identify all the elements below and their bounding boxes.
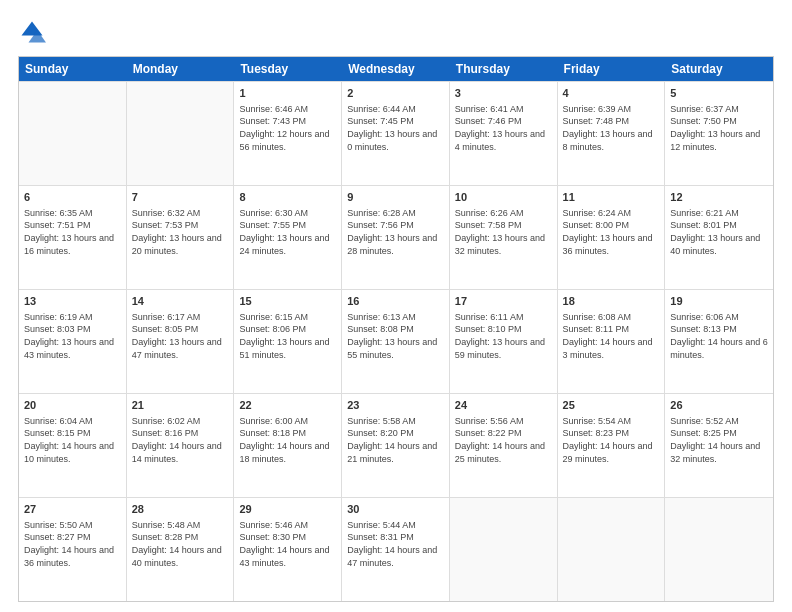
day-cell-26: 26Sunrise: 5:52 AM Sunset: 8:25 PM Dayli… (665, 394, 773, 497)
header-day-sunday: Sunday (19, 57, 127, 81)
calendar: SundayMondayTuesdayWednesdayThursdayFrid… (18, 56, 774, 602)
day-cell-6: 6Sunrise: 6:35 AM Sunset: 7:51 PM Daylig… (19, 186, 127, 289)
day-cell-5: 5Sunrise: 6:37 AM Sunset: 7:50 PM Daylig… (665, 82, 773, 185)
day-cell-12: 12Sunrise: 6:21 AM Sunset: 8:01 PM Dayli… (665, 186, 773, 289)
empty-cell (665, 498, 773, 601)
day-number: 30 (347, 502, 444, 517)
day-number: 18 (563, 294, 660, 309)
day-number: 13 (24, 294, 121, 309)
day-info: Sunrise: 6:00 AM Sunset: 8:18 PM Dayligh… (239, 415, 336, 465)
empty-cell (450, 498, 558, 601)
day-number: 27 (24, 502, 121, 517)
day-info: Sunrise: 5:44 AM Sunset: 8:31 PM Dayligh… (347, 519, 444, 569)
day-cell-13: 13Sunrise: 6:19 AM Sunset: 8:03 PM Dayli… (19, 290, 127, 393)
day-cell-3: 3Sunrise: 6:41 AM Sunset: 7:46 PM Daylig… (450, 82, 558, 185)
day-info: Sunrise: 6:41 AM Sunset: 7:46 PM Dayligh… (455, 103, 552, 153)
day-cell-14: 14Sunrise: 6:17 AM Sunset: 8:05 PM Dayli… (127, 290, 235, 393)
empty-cell (19, 82, 127, 185)
day-number: 22 (239, 398, 336, 413)
day-cell-8: 8Sunrise: 6:30 AM Sunset: 7:55 PM Daylig… (234, 186, 342, 289)
day-number: 15 (239, 294, 336, 309)
day-number: 14 (132, 294, 229, 309)
week-row-4: 20Sunrise: 6:04 AM Sunset: 8:15 PM Dayli… (19, 393, 773, 497)
day-number: 26 (670, 398, 768, 413)
day-cell-27: 27Sunrise: 5:50 AM Sunset: 8:27 PM Dayli… (19, 498, 127, 601)
header-day-saturday: Saturday (665, 57, 773, 81)
page: SundayMondayTuesdayWednesdayThursdayFrid… (0, 0, 792, 612)
day-cell-10: 10Sunrise: 6:26 AM Sunset: 7:58 PM Dayli… (450, 186, 558, 289)
day-number: 29 (239, 502, 336, 517)
day-number: 7 (132, 190, 229, 205)
day-number: 16 (347, 294, 444, 309)
day-cell-21: 21Sunrise: 6:02 AM Sunset: 8:16 PM Dayli… (127, 394, 235, 497)
day-info: Sunrise: 6:28 AM Sunset: 7:56 PM Dayligh… (347, 207, 444, 257)
day-cell-24: 24Sunrise: 5:56 AM Sunset: 8:22 PM Dayli… (450, 394, 558, 497)
day-cell-30: 30Sunrise: 5:44 AM Sunset: 8:31 PM Dayli… (342, 498, 450, 601)
day-cell-18: 18Sunrise: 6:08 AM Sunset: 8:11 PM Dayli… (558, 290, 666, 393)
day-number: 1 (239, 86, 336, 101)
day-cell-4: 4Sunrise: 6:39 AM Sunset: 7:48 PM Daylig… (558, 82, 666, 185)
day-number: 2 (347, 86, 444, 101)
day-number: 24 (455, 398, 552, 413)
calendar-header: SundayMondayTuesdayWednesdayThursdayFrid… (19, 57, 773, 81)
day-info: Sunrise: 6:08 AM Sunset: 8:11 PM Dayligh… (563, 311, 660, 361)
header-day-thursday: Thursday (450, 57, 558, 81)
day-cell-7: 7Sunrise: 6:32 AM Sunset: 7:53 PM Daylig… (127, 186, 235, 289)
day-info: Sunrise: 5:58 AM Sunset: 8:20 PM Dayligh… (347, 415, 444, 465)
day-cell-11: 11Sunrise: 6:24 AM Sunset: 8:00 PM Dayli… (558, 186, 666, 289)
day-info: Sunrise: 6:15 AM Sunset: 8:06 PM Dayligh… (239, 311, 336, 361)
header-day-tuesday: Tuesday (234, 57, 342, 81)
week-row-5: 27Sunrise: 5:50 AM Sunset: 8:27 PM Dayli… (19, 497, 773, 601)
day-number: 28 (132, 502, 229, 517)
day-number: 23 (347, 398, 444, 413)
day-info: Sunrise: 6:04 AM Sunset: 8:15 PM Dayligh… (24, 415, 121, 465)
empty-cell (127, 82, 235, 185)
day-info: Sunrise: 6:26 AM Sunset: 7:58 PM Dayligh… (455, 207, 552, 257)
day-number: 10 (455, 190, 552, 205)
day-cell-22: 22Sunrise: 6:00 AM Sunset: 8:18 PM Dayli… (234, 394, 342, 497)
empty-cell (558, 498, 666, 601)
day-number: 12 (670, 190, 768, 205)
day-number: 3 (455, 86, 552, 101)
day-info: Sunrise: 5:52 AM Sunset: 8:25 PM Dayligh… (670, 415, 768, 465)
week-row-2: 6Sunrise: 6:35 AM Sunset: 7:51 PM Daylig… (19, 185, 773, 289)
day-info: Sunrise: 6:24 AM Sunset: 8:00 PM Dayligh… (563, 207, 660, 257)
calendar-body: 1Sunrise: 6:46 AM Sunset: 7:43 PM Daylig… (19, 81, 773, 601)
day-info: Sunrise: 6:02 AM Sunset: 8:16 PM Dayligh… (132, 415, 229, 465)
day-cell-1: 1Sunrise: 6:46 AM Sunset: 7:43 PM Daylig… (234, 82, 342, 185)
day-info: Sunrise: 6:21 AM Sunset: 8:01 PM Dayligh… (670, 207, 768, 257)
week-row-1: 1Sunrise: 6:46 AM Sunset: 7:43 PM Daylig… (19, 81, 773, 185)
day-info: Sunrise: 5:48 AM Sunset: 8:28 PM Dayligh… (132, 519, 229, 569)
day-cell-16: 16Sunrise: 6:13 AM Sunset: 8:08 PM Dayli… (342, 290, 450, 393)
day-number: 20 (24, 398, 121, 413)
day-cell-28: 28Sunrise: 5:48 AM Sunset: 8:28 PM Dayli… (127, 498, 235, 601)
day-number: 19 (670, 294, 768, 309)
day-info: Sunrise: 6:30 AM Sunset: 7:55 PM Dayligh… (239, 207, 336, 257)
day-info: Sunrise: 6:35 AM Sunset: 7:51 PM Dayligh… (24, 207, 121, 257)
day-info: Sunrise: 6:39 AM Sunset: 7:48 PM Dayligh… (563, 103, 660, 153)
header-day-wednesday: Wednesday (342, 57, 450, 81)
day-info: Sunrise: 6:37 AM Sunset: 7:50 PM Dayligh… (670, 103, 768, 153)
day-cell-9: 9Sunrise: 6:28 AM Sunset: 7:56 PM Daylig… (342, 186, 450, 289)
day-info: Sunrise: 6:17 AM Sunset: 8:05 PM Dayligh… (132, 311, 229, 361)
day-number: 17 (455, 294, 552, 309)
day-cell-19: 19Sunrise: 6:06 AM Sunset: 8:13 PM Dayli… (665, 290, 773, 393)
day-number: 11 (563, 190, 660, 205)
day-info: Sunrise: 6:13 AM Sunset: 8:08 PM Dayligh… (347, 311, 444, 361)
day-info: Sunrise: 5:54 AM Sunset: 8:23 PM Dayligh… (563, 415, 660, 465)
day-info: Sunrise: 6:19 AM Sunset: 8:03 PM Dayligh… (24, 311, 121, 361)
day-info: Sunrise: 6:06 AM Sunset: 8:13 PM Dayligh… (670, 311, 768, 361)
day-number: 8 (239, 190, 336, 205)
day-cell-23: 23Sunrise: 5:58 AM Sunset: 8:20 PM Dayli… (342, 394, 450, 497)
day-cell-17: 17Sunrise: 6:11 AM Sunset: 8:10 PM Dayli… (450, 290, 558, 393)
day-cell-25: 25Sunrise: 5:54 AM Sunset: 8:23 PM Dayli… (558, 394, 666, 497)
day-number: 6 (24, 190, 121, 205)
day-number: 9 (347, 190, 444, 205)
day-info: Sunrise: 6:46 AM Sunset: 7:43 PM Dayligh… (239, 103, 336, 153)
header-day-friday: Friday (558, 57, 666, 81)
day-info: Sunrise: 5:50 AM Sunset: 8:27 PM Dayligh… (24, 519, 121, 569)
day-number: 4 (563, 86, 660, 101)
day-info: Sunrise: 5:56 AM Sunset: 8:22 PM Dayligh… (455, 415, 552, 465)
day-info: Sunrise: 6:32 AM Sunset: 7:53 PM Dayligh… (132, 207, 229, 257)
logo (18, 18, 50, 46)
